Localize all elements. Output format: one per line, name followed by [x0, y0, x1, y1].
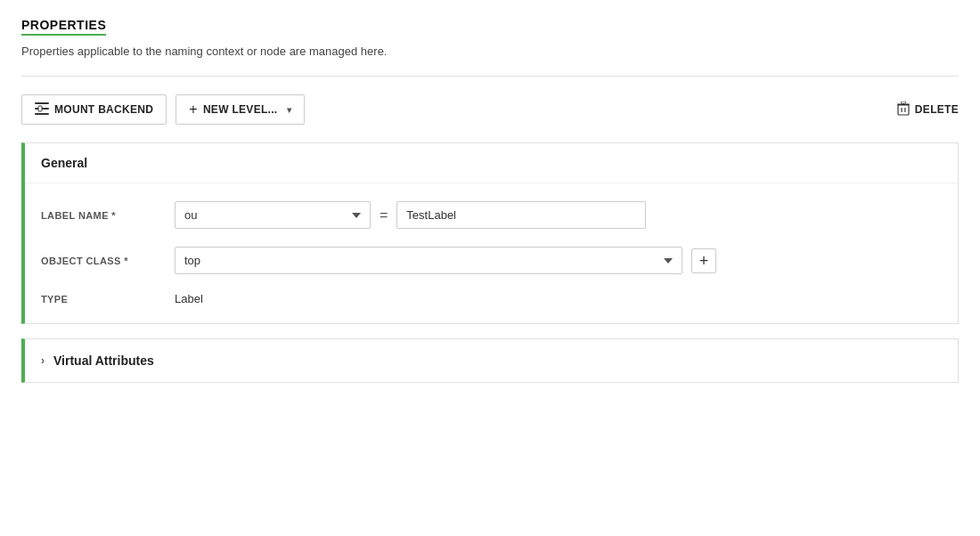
virtual-attributes-header[interactable]: › Virtual Attributes — [25, 339, 958, 382]
mount-backend-label: MOUNT BACKEND — [54, 103, 153, 116]
trash-icon — [897, 102, 910, 118]
new-level-label: NEW LEVEL... — [203, 103, 278, 116]
mount-backend-button[interactable]: MOUNT BACKEND — [21, 94, 167, 125]
virtual-attributes-title: Virtual Attributes — [53, 353, 154, 368]
label-name-control-group: ou cn dc = — [175, 201, 646, 229]
svg-rect-4 — [898, 105, 909, 115]
svg-rect-3 — [38, 106, 42, 111]
general-section-body: LABEL NAME * ou cn dc = OBJECT CLASS * t… — [25, 183, 958, 323]
label-name-select[interactable]: ou cn dc — [175, 201, 371, 229]
label-name-input[interactable] — [396, 201, 646, 229]
type-row: TYPE Label — [41, 292, 942, 305]
label-name-label: LABEL NAME * — [41, 210, 175, 221]
chevron-right-icon: › — [41, 354, 45, 367]
chevron-down-icon: ▾ — [287, 105, 291, 115]
label-name-row: LABEL NAME * ou cn dc = — [41, 201, 942, 229]
svg-rect-8 — [904, 108, 905, 112]
page-title: PROPERTIES — [21, 18, 106, 36]
delete-label: DELETE — [915, 103, 959, 116]
object-class-label: OBJECT CLASS * — [41, 256, 175, 266]
plus-icon: + — [189, 102, 198, 118]
general-section-title: General — [25, 143, 958, 183]
mount-backend-icon — [35, 102, 49, 118]
svg-rect-0 — [35, 102, 49, 104]
equals-sign: = — [380, 207, 388, 223]
object-class-control-group: top person organizationalUnit + — [175, 247, 716, 274]
delete-button[interactable]: DELETE — [897, 102, 959, 118]
svg-rect-2 — [35, 113, 49, 115]
virtual-attributes-section: › Virtual Attributes — [21, 338, 959, 383]
general-section: General LABEL NAME * ou cn dc = OBJECT C… — [21, 142, 959, 324]
toolbar-left: MOUNT BACKEND + NEW LEVEL... ▾ — [21, 94, 305, 125]
new-level-button[interactable]: + NEW LEVEL... ▾ — [176, 94, 305, 125]
type-label: TYPE — [41, 294, 175, 305]
object-class-row: OBJECT CLASS * top person organizational… — [41, 247, 942, 274]
svg-rect-6 — [901, 102, 905, 104]
object-class-select[interactable]: top person organizationalUnit — [175, 247, 682, 274]
add-object-class-button[interactable]: + — [691, 248, 716, 273]
toolbar: MOUNT BACKEND + NEW LEVEL... ▾ DELETE — [21, 94, 959, 125]
divider — [21, 76, 959, 77]
page-description: Properties applicable to the naming cont… — [21, 45, 959, 58]
svg-rect-7 — [901, 108, 902, 112]
type-value: Label — [175, 292, 203, 305]
